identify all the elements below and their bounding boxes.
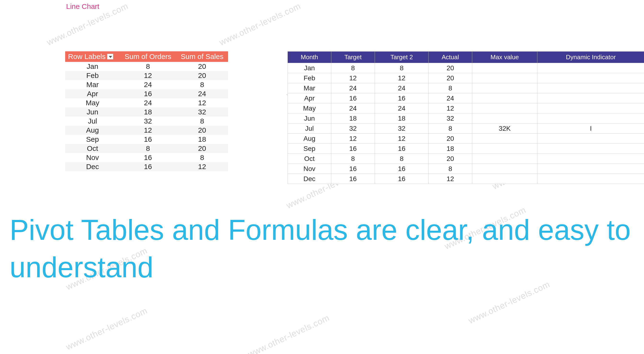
data-cell-actual[interactable]: 12	[428, 174, 472, 184]
pivot-cell-orders[interactable]: 32	[120, 117, 176, 126]
data-cell-month[interactable]: Oct	[288, 154, 331, 164]
data-cell-dyn[interactable]	[538, 103, 644, 113]
data-cell-month[interactable]: Aug	[288, 134, 331, 144]
pivot-cell-orders[interactable]: 8	[120, 62, 176, 71]
pivot-header-row-labels[interactable]: Row Labels	[65, 51, 120, 62]
data-cell-max[interactable]	[472, 154, 538, 164]
data-cell-month[interactable]: Mar	[288, 83, 331, 93]
data-cell-target2[interactable]: 12	[375, 73, 428, 83]
data-cell-actual[interactable]: 8	[428, 83, 472, 93]
data-cell-month[interactable]: Apr	[288, 93, 331, 103]
data-cell-dyn[interactable]	[538, 164, 644, 174]
pivot-cell-sales[interactable]: 18	[176, 135, 228, 144]
data-cell-target[interactable]: 12	[331, 73, 375, 83]
data-cell-month[interactable]: Dec	[288, 174, 331, 184]
data-cell-max[interactable]	[472, 83, 538, 93]
data-cell-target2[interactable]: 32	[375, 123, 428, 134]
data-cell-target2[interactable]: 18	[375, 113, 428, 123]
pivot-cell-orders[interactable]: 12	[120, 126, 176, 135]
data-cell-actual[interactable]: 20	[428, 63, 472, 73]
data-cell-actual[interactable]: 32	[428, 113, 472, 123]
pivot-cell-orders[interactable]: 24	[120, 98, 176, 107]
data-cell-actual[interactable]: 20	[428, 154, 472, 164]
data-cell-month[interactable]: Jan	[288, 63, 331, 73]
data-cell-dyn[interactable]	[538, 174, 644, 184]
pivot-cell-orders[interactable]: 16	[120, 135, 176, 144]
data-cell-target2[interactable]: 16	[375, 164, 428, 174]
data-cell-max[interactable]	[472, 103, 538, 113]
data-cell-actual[interactable]: 20	[428, 134, 472, 144]
data-cell-month[interactable]: Jun	[288, 113, 331, 123]
pivot-cell-sales[interactable]: 20	[176, 126, 228, 135]
data-cell-actual[interactable]: 8	[428, 164, 472, 174]
data-cell-target[interactable]: 24	[331, 83, 375, 93]
data-cell-max[interactable]	[472, 144, 538, 154]
data-cell-target[interactable]: 16	[331, 164, 375, 174]
data-cell-max[interactable]	[472, 113, 538, 123]
pivot-cell-orders[interactable]: 16	[120, 162, 176, 171]
data-cell-target2[interactable]: 8	[375, 154, 428, 164]
data-cell-max[interactable]	[472, 174, 538, 184]
data-cell-target2[interactable]: 8	[375, 63, 428, 73]
data-cell-target[interactable]: 8	[331, 154, 375, 164]
data-cell-month[interactable]: Jul	[288, 123, 331, 134]
data-cell-dyn[interactable]	[538, 93, 644, 103]
pivot-cell-month[interactable]: Jan	[65, 62, 120, 71]
pivot-cell-sales[interactable]: 12	[176, 162, 228, 171]
data-cell-actual[interactable]: 8	[428, 123, 472, 134]
data-cell-target2[interactable]: 24	[375, 103, 428, 113]
pivot-cell-sales[interactable]: 24	[176, 89, 228, 98]
data-cell-actual[interactable]: 20	[428, 73, 472, 83]
pivot-cell-orders[interactable]: 8	[120, 144, 176, 153]
pivot-cell-month[interactable]: Feb	[65, 71, 120, 80]
data-cell-dyn[interactable]	[538, 83, 644, 93]
data-cell-target[interactable]: 16	[331, 144, 375, 154]
data-cell-target[interactable]: 18	[331, 113, 375, 123]
data-cell-dyn[interactable]	[538, 73, 644, 83]
dropdown-icon[interactable]	[107, 54, 113, 60]
pivot-cell-orders[interactable]: 18	[120, 107, 176, 117]
data-cell-target2[interactable]: 16	[375, 144, 428, 154]
data-cell-max[interactable]	[472, 63, 538, 73]
data-cell-month[interactable]: Feb	[288, 73, 331, 83]
data-cell-max[interactable]	[472, 93, 538, 103]
pivot-cell-orders[interactable]: 12	[120, 71, 176, 80]
pivot-cell-month[interactable]: Jul	[65, 117, 120, 126]
pivot-cell-month[interactable]: Mar	[65, 80, 120, 89]
pivot-cell-month[interactable]: May	[65, 98, 120, 107]
data-cell-max[interactable]: 32K	[472, 123, 538, 134]
pivot-cell-month[interactable]: Sep	[65, 135, 120, 144]
data-cell-dyn[interactable]	[538, 144, 644, 154]
pivot-cell-sales[interactable]: 8	[176, 153, 228, 162]
pivot-cell-sales[interactable]: 12	[176, 98, 228, 107]
pivot-cell-month[interactable]: Dec	[65, 162, 120, 171]
pivot-cell-month[interactable]: Jun	[65, 107, 120, 117]
pivot-cell-sales[interactable]: 20	[176, 144, 228, 153]
pivot-cell-month[interactable]: Aug	[65, 126, 120, 135]
data-cell-max[interactable]	[472, 134, 538, 144]
pivot-cell-month[interactable]: Oct	[65, 144, 120, 153]
data-cell-target[interactable]: 16	[331, 174, 375, 184]
data-cell-target2[interactable]: 16	[375, 93, 428, 103]
data-cell-dyn[interactable]	[538, 154, 644, 164]
data-cell-dyn[interactable]	[538, 63, 644, 73]
data-cell-target[interactable]: 8	[331, 63, 375, 73]
pivot-cell-sales[interactable]: 20	[176, 62, 228, 71]
pivot-cell-month[interactable]: Apr	[65, 89, 120, 98]
pivot-cell-month[interactable]: Nov	[65, 153, 120, 162]
pivot-cell-sales[interactable]: 8	[176, 117, 228, 126]
pivot-cell-orders[interactable]: 16	[120, 153, 176, 162]
data-cell-actual[interactable]: 12	[428, 103, 472, 113]
data-cell-dyn[interactable]: I	[538, 123, 644, 134]
data-cell-target2[interactable]: 16	[375, 174, 428, 184]
pivot-cell-sales[interactable]: 20	[176, 71, 228, 80]
data-cell-actual[interactable]: 24	[428, 93, 472, 103]
pivot-cell-orders[interactable]: 24	[120, 80, 176, 89]
data-cell-target[interactable]: 16	[331, 93, 375, 103]
pivot-cell-orders[interactable]: 16	[120, 89, 176, 98]
pivot-cell-sales[interactable]: 32	[176, 107, 228, 117]
data-cell-target[interactable]: 12	[331, 134, 375, 144]
pivot-cell-sales[interactable]: 8	[176, 80, 228, 89]
data-cell-dyn[interactable]	[538, 134, 644, 144]
data-cell-month[interactable]: May	[288, 103, 331, 113]
